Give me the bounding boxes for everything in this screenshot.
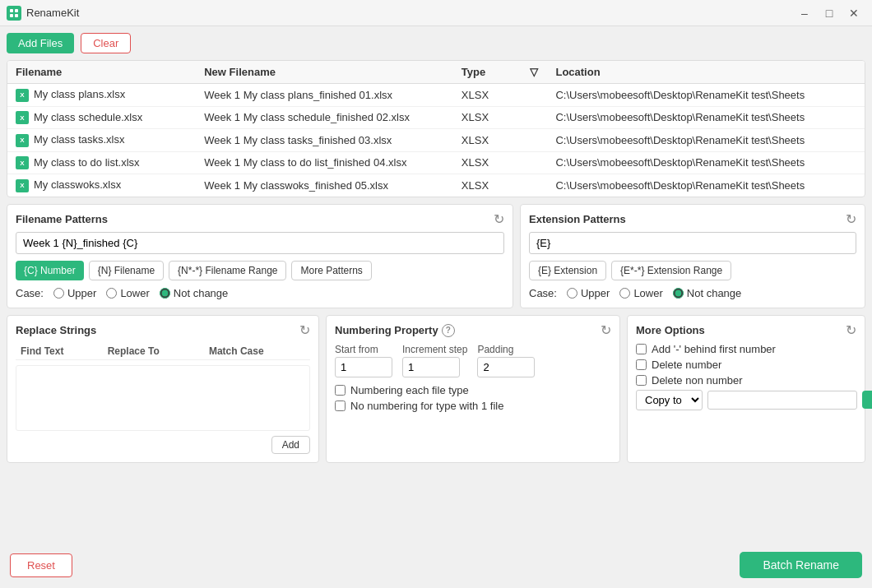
cell-filter-1	[522, 106, 547, 129]
table-row: XMy class plans.xlsx Week 1 My class pla…	[7, 84, 865, 107]
pattern-btn-e-range[interactable]: {E*-*} Extension Range	[611, 261, 731, 280]
svg-rect-1	[15, 9, 18, 12]
pattern-btn-more[interactable]: More Patterns	[291, 261, 371, 280]
extension-pattern-input[interactable]	[529, 232, 856, 254]
filename-case-lower-label: Lower	[120, 287, 149, 299]
filename-case-notchange-radio[interactable]	[160, 288, 170, 299]
delete-non-number-label: Delete non number	[652, 374, 743, 387]
increment-label: Increment step	[402, 344, 467, 355]
add-files-button[interactable]: Add Files	[7, 33, 74, 53]
filename-case-upper-label: Upper	[67, 287, 96, 299]
cell-type-2: XLSX	[453, 129, 522, 152]
cell-location-3: C:\Users\mobeesoft\Desktop\RenameKit tes…	[547, 151, 865, 174]
extension-patterns-title: Extension Patterns	[529, 213, 856, 225]
no-numbering-checkbox[interactable]	[335, 400, 346, 411]
title-bar: RenameKit – □ ✕	[0, 0, 872, 26]
window-controls: – □ ✕	[793, 4, 865, 22]
extension-case-upper-radio[interactable]	[567, 288, 577, 299]
numbering-property-refresh[interactable]: ↻	[601, 322, 611, 338]
cell-newfilename-0: Week 1 My class plans_finished 01.xlsx	[196, 84, 453, 107]
delete-number-label: Delete number	[652, 359, 721, 371]
extension-case-notchange-label: Not change	[687, 287, 742, 299]
pattern-btn-c-number[interactable]: {C} Number	[16, 261, 84, 280]
replace-col-replace: Replace To	[103, 343, 204, 360]
cell-location-4: C:\Users\mobeesoft\Desktop\RenameKit tes…	[547, 174, 865, 197]
extension-case-lower[interactable]: Lower	[619, 287, 662, 299]
maximize-button[interactable]: □	[818, 4, 841, 22]
numbering-each-filetype-checkbox[interactable]	[335, 385, 346, 396]
action-bar: Reset Batch Rename	[7, 545, 865, 581]
pattern-btn-n-filename[interactable]: {N} Filename	[89, 261, 164, 280]
copy-change-button[interactable]: Change	[862, 391, 872, 409]
cell-newfilename-1: Week 1 My class schedule_finished 02.xls…	[196, 106, 453, 129]
cell-type-0: XLSX	[453, 84, 522, 107]
padding-group: Padding	[477, 344, 535, 377]
filename-case-row: Case: Upper Lower Not change	[16, 287, 504, 299]
cell-location-0: C:\Users\mobeesoft\Desktop\RenameKit tes…	[547, 84, 865, 107]
delete-number-row: Delete number	[636, 359, 856, 371]
col-header-filter[interactable]: ▽	[522, 61, 547, 84]
extension-case-notchange-radio[interactable]	[673, 288, 684, 299]
minimize-button[interactable]: –	[793, 4, 816, 22]
filename-case-upper-radio[interactable]	[53, 288, 64, 299]
extension-case-notchange[interactable]: Not change	[673, 287, 742, 299]
extension-case-upper[interactable]: Upper	[567, 287, 610, 299]
svg-rect-2	[10, 14, 13, 17]
app-icon	[7, 6, 21, 21]
batch-rename-button[interactable]: Batch Rename	[740, 552, 862, 578]
extension-case-label: Case:	[529, 287, 557, 299]
table-header-row: Filename New Filename Type ▽ Location	[7, 61, 865, 84]
bottom-panels: Filename Patterns ↻ {C} Number {N} Filen…	[7, 204, 865, 539]
replace-add-button[interactable]: Add	[271, 436, 310, 454]
file-table: Filename New Filename Type ▽ Location XM…	[7, 61, 865, 197]
more-options-refresh[interactable]: ↻	[846, 322, 856, 338]
close-button[interactable]: ✕	[842, 4, 865, 22]
file-table-body: XMy class plans.xlsx Week 1 My class pla…	[7, 84, 865, 197]
add-dash-row: Add '-' behind first number	[636, 343, 856, 355]
filename-pattern-input[interactable]	[16, 232, 504, 254]
filename-case-lower[interactable]: Lower	[106, 287, 149, 299]
svg-rect-3	[15, 14, 18, 17]
replace-strings-refresh[interactable]: ↻	[299, 322, 310, 338]
copy-select[interactable]: Copy to Move to	[636, 390, 703, 410]
filename-case-lower-radio[interactable]	[106, 288, 117, 299]
title-bar-left: RenameKit	[7, 6, 79, 21]
replace-area	[16, 365, 310, 431]
copy-path-input[interactable]	[707, 391, 857, 410]
pattern-btn-n-range[interactable]: {N*-*} Filename Range	[169, 261, 286, 280]
info-icon[interactable]: ?	[442, 324, 455, 337]
cell-filter-3	[522, 151, 547, 174]
filename-patterns-refresh[interactable]: ↻	[494, 211, 504, 227]
extension-patterns-refresh[interactable]: ↻	[846, 211, 856, 227]
start-from-input[interactable]	[335, 357, 392, 377]
clear-button[interactable]: Clear	[81, 33, 131, 53]
filename-case-notchange-label: Not change	[174, 287, 229, 299]
extension-case-row: Case: Upper Lower Not change	[529, 287, 856, 299]
file-icon-4: X	[16, 179, 29, 192]
filter-icon[interactable]: ▽	[530, 66, 538, 78]
numbering-property-panel: Numbering Property ? ↻ Start from Increm…	[326, 315, 620, 463]
filename-case-notchange[interactable]: Not change	[160, 287, 229, 299]
table-row: XMy class schedule.xlsx Week 1 My class …	[7, 106, 865, 129]
add-dash-checkbox[interactable]	[636, 344, 647, 354]
extension-case-lower-radio[interactable]	[619, 288, 630, 299]
cell-newfilename-2: Week 1 My class tasks_finished 03.xlsx	[196, 129, 453, 152]
delete-non-number-checkbox[interactable]	[636, 375, 647, 386]
cell-filename-2: XMy class tasks.xlsx	[7, 129, 196, 152]
replace-table-header: Find Text Replace To Match Case	[16, 343, 310, 360]
padding-input[interactable]	[477, 357, 535, 377]
number-fields: Start from Increment step Padding	[335, 344, 611, 377]
start-from-group: Start from	[335, 344, 392, 377]
pattern-btn-e-extension[interactable]: {E} Extension	[529, 261, 606, 280]
reset-button[interactable]: Reset	[10, 553, 72, 577]
delete-number-checkbox[interactable]	[636, 359, 647, 370]
cell-filter-2	[522, 129, 547, 152]
panel-row-2: Replace Strings ↻ Find Text Replace To M…	[7, 315, 865, 463]
filename-case-label: Case:	[16, 287, 44, 299]
table-row: XMy class tasks.xlsx Week 1 My class tas…	[7, 129, 865, 152]
svg-rect-0	[10, 9, 13, 12]
panel-row-1: Filename Patterns ↻ {C} Number {N} Filen…	[7, 204, 865, 308]
filename-case-upper[interactable]: Upper	[53, 287, 96, 299]
increment-input[interactable]	[402, 357, 460, 377]
numbering-property-title: Numbering Property	[335, 324, 438, 336]
